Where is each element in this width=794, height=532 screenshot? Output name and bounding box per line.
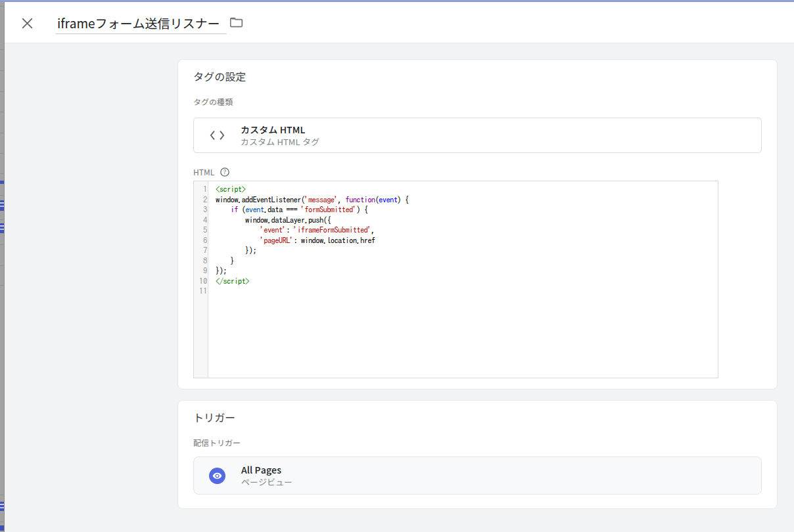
window-top-strip — [0, 0, 794, 2]
code-line: if (event.data === 'formSubmitted') { — [209, 205, 718, 215]
line-number: 4 — [194, 215, 208, 226]
code-line: 'event': 'iframeFormSubmitted', — [209, 225, 718, 236]
dialog-body: タグの設定 タグの種類 カスタム HTML カスタム HTML タグ HTML … — [5, 43, 794, 532]
tag-card-title: タグの設定 — [193, 68, 246, 84]
folder-icon[interactable] — [230, 17, 243, 28]
code-line: 'pageURL': window.location.href — [209, 236, 718, 246]
line-number: 5 — [194, 225, 208, 236]
tag-editor-dialog: タグの設定 タグの種類 カスタム HTML カスタム HTML タグ HTML … — [5, 2, 794, 532]
line-number: 9 — [194, 266, 208, 277]
tag-configuration-card: タグの設定 タグの種類 カスタム HTML カスタム HTML タグ HTML … — [177, 59, 778, 389]
tag-type-selector[interactable]: カスタム HTML カスタム HTML タグ — [193, 118, 762, 153]
tag-name-input[interactable] — [56, 12, 227, 34]
trigger-card-title: トリガー — [193, 409, 235, 425]
firing-trigger-label: 配信トリガー — [193, 437, 241, 448]
dialog-header — [5, 2, 794, 43]
line-number: 10 — [194, 277, 208, 287]
code-line: <script> — [209, 185, 718, 195]
code-icon — [210, 130, 225, 141]
trigger-card: トリガー 配信トリガー All Pages ページビュー — [177, 400, 778, 509]
line-number: 6 — [194, 236, 208, 246]
tag-type-text: カスタム HTML カスタム HTML タグ — [241, 123, 319, 148]
background-page-sliver — [0, 2, 5, 532]
code-line: window.dataLayer.push({ — [209, 215, 718, 226]
html-label: HTML — [193, 166, 214, 178]
pageview-trigger-badge — [209, 468, 225, 484]
tag-type-label: タグの種類 — [193, 97, 233, 107]
tag-type-description: カスタム HTML タグ — [241, 136, 319, 148]
code-line: }); — [209, 246, 718, 256]
line-number: 2 — [194, 195, 208, 206]
line-number: 7 — [194, 246, 208, 256]
line-number: 3 — [194, 205, 208, 215]
dialog-edge-shadow — [4, 2, 5, 532]
tag-type-name: カスタム HTML — [241, 123, 319, 136]
code-line: window.addEventListener('message', funct… — [209, 195, 718, 206]
close-icon[interactable] — [22, 18, 33, 29]
visibility-eye-icon — [212, 471, 222, 481]
help-icon[interactable]: ? — [220, 167, 229, 177]
code-line: </script> — [209, 277, 718, 287]
html-code-editor[interactable]: 1234567891011 <script>window.addEventLis… — [193, 181, 718, 378]
svg-text:?: ? — [223, 167, 226, 176]
code-line: } — [209, 256, 718, 267]
tag-name-field-wrap — [56, 12, 227, 34]
line-number: 11 — [194, 286, 208, 297]
code-line: }); — [209, 266, 718, 277]
line-number: 1 — [194, 185, 208, 195]
html-section-row: HTML ? — [193, 166, 229, 178]
line-number: 8 — [194, 256, 208, 267]
trigger-type: ページビュー — [241, 476, 292, 487]
trigger-text: All Pages ページビュー — [241, 464, 292, 487]
editor-code[interactable]: <script>window.addEventListener('message… — [209, 185, 718, 297]
code-line — [209, 286, 718, 297]
trigger-row-all-pages[interactable]: All Pages ページビュー — [193, 456, 762, 495]
trigger-name: All Pages — [241, 464, 292, 476]
editor-line-numbers: 1234567891011 — [194, 185, 208, 297]
